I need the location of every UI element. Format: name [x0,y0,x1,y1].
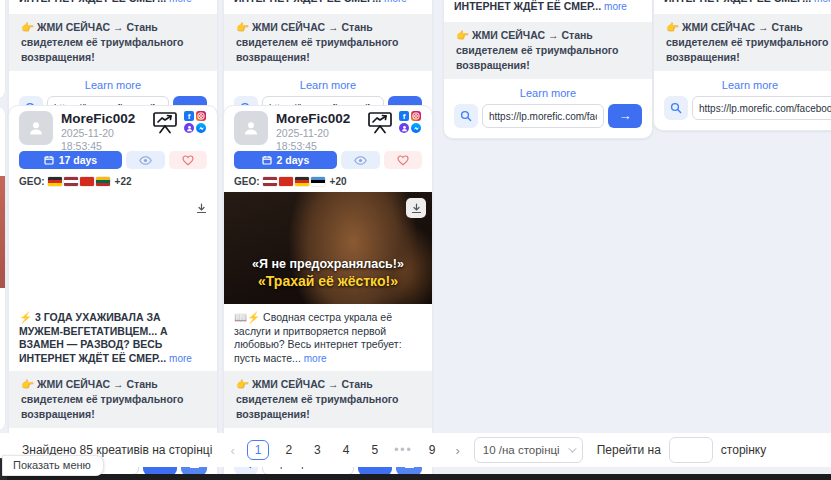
facebook-icon: f [399,111,409,121]
favorite-button[interactable] [384,151,422,169]
card-actions: 2 days [234,151,422,169]
advertiser-name[interactable]: MoreFic002 [276,111,359,127]
instagram-icon [411,111,421,121]
messenger-icon [196,123,206,133]
preview-button[interactable] [126,151,166,169]
eye-icon [139,156,152,165]
geo-flags [263,177,327,186]
page-button-2[interactable]: 2 [279,440,298,460]
image-overlay-text: «Я не предохранялась!» «Трахай её жёстко… [224,256,432,290]
per-page-select[interactable]: 10 /на сторінці [474,437,583,463]
geo-flags [48,177,112,186]
eye-icon [354,156,367,165]
person-icon [27,119,45,137]
days-active-button[interactable]: 17 days [19,151,122,169]
creative-card: MoreFic002 2025-11-20 18:53:45 f 2 days [223,105,433,480]
learn-more-link[interactable]: Learn more [664,79,831,91]
cta-box: 👉 ЖМИ СЕЙЧАС → Стань свидетелем её триум… [9,371,217,428]
creative-card [0,105,6,432]
goto-page-input[interactable] [669,437,713,463]
preview-button[interactable] [341,151,381,169]
cta-box: 👉 ЖМИ СЕЙЧАС → Стань свидетелем её триум… [654,14,831,71]
chevron-down-icon [568,444,576,452]
profile-row: MoreFic002 2025-11-20 18:53:45 f [234,111,422,145]
creative-card: MoreFic002 2025-11-20 18:53:45 f 17 days [8,105,218,480]
analytics-board-icon[interactable] [367,111,393,135]
creatives-page: ИНТЕРНЕТ ЖДЁТ ЕЁ СМЕР... more 👉 ЖМИ СЕЙЧ… [0,0,831,480]
geo-row: GEO: +20 [234,175,422,187]
calendar-icon [44,155,54,165]
creative-description: ИНТЕРНЕТ ЖДЁТ ЕЁ СМЕР... more [234,0,422,6]
calendar-icon [262,155,272,165]
pagination-bar: Знайдено 85 креативів на сторінці ‹ 1 2 … [0,433,831,467]
landing-url-input[interactable] [482,104,604,128]
cta-box: 👉 ЖМИ СЕЙЧАС → Стань свидетелем её триум… [224,371,432,428]
search-button[interactable] [454,104,478,128]
more-link[interactable]: more [304,353,327,364]
geo-more-count[interactable]: +22 [115,176,132,187]
creative-card: ИНТЕРНЕТ ЖДЁТ ЕЁ СМЕР... more 👉 ЖМИ СЕЙЧ… [653,0,831,131]
open-link-button[interactable]: → [608,104,642,128]
more-link[interactable]: more [814,0,831,4]
creative-description: ⚡ 3 ГОДА УХАЖИВАЛА ЗА МУЖЕМ-ВЕГЕТАТИВЦЕМ… [19,311,207,365]
analytics-board-icon[interactable] [152,111,178,135]
landing-url-input[interactable] [692,96,831,120]
placements-icons: f [184,111,207,134]
goto-page-suffix: сторінку [721,443,766,457]
avatar [234,111,268,145]
goto-page-label: Перейти на [597,443,661,457]
heart-icon [397,155,409,166]
search-icon [670,102,682,114]
page-button-1[interactable]: 1 [247,440,270,460]
creative-description: ИНТЕРНЕТ ЖДЁТ ЕЁ СМЕР... more [664,0,831,6]
search-icon [460,110,472,122]
page-button-9[interactable]: 9 [423,440,442,460]
profile-row: MoreFic002 2025-11-20 18:53:45 f [19,111,207,145]
learn-more-link[interactable]: Learn more [234,79,422,91]
url-row: → [454,104,642,128]
creative-image[interactable] [9,192,217,304]
audience-network-icon [184,123,194,133]
avatar [19,111,53,145]
page-button-4[interactable]: 4 [337,440,356,460]
url-row [664,96,831,120]
card-actions: 17 days [19,151,207,169]
next-page-button[interactable]: › [455,443,459,458]
geo-row: GEO: +22 [19,175,207,187]
download-image-button[interactable] [406,198,426,218]
download-icon [196,203,207,214]
audience-network-icon [399,123,409,133]
creative-description: ИНТЕРНЕТ ЖДЁТ ЕЁ СМЕР... more [454,0,642,14]
cta-box: 👉 ЖМИ СЕЙЧАС → Стань свидетелем её триум… [224,14,432,71]
show-menu-button[interactable]: Показать меню [2,455,104,476]
more-link[interactable]: more [169,0,192,4]
learn-more-link[interactable]: Learn more [19,79,207,91]
creative-card: ИНТЕРНЕТ ЖДЁТ ЕЁ СМЕР... more 👉 ЖМИ СЕЙЧ… [443,0,653,139]
geo-more-count[interactable]: +20 [330,176,347,187]
download-image-button[interactable] [191,198,211,218]
creative-description: 📖⚡ Сводная сестра украла её заслуги и пр… [234,311,422,365]
facebook-icon: f [184,111,194,121]
creative-card [0,0,6,100]
more-link[interactable]: more [169,353,192,364]
more-link[interactable]: more [384,0,407,4]
days-active-button[interactable]: 2 days [234,151,337,169]
person-icon [242,119,260,137]
learn-more-link[interactable]: Learn more [454,87,642,99]
placements-icons: f [399,111,422,134]
page-button-5[interactable]: 5 [365,440,384,460]
creative-description: ИНТЕРНЕТ ЖДЁТ ЕЁ СМЕР... more [19,0,207,6]
cta-box: 👉 ЖМИ СЕЙЧАС → Стань свидетелем её триум… [444,22,652,79]
creative-image[interactable]: «Я не предохранялась!» «Трахай её жёстко… [224,192,432,304]
favorite-button[interactable] [169,151,207,169]
creative-datetime: 2025-11-20 18:53:45 [61,127,144,153]
download-icon [411,203,422,214]
pagination-ellipsis: ••• [394,443,413,457]
window-bottom-edge [0,474,831,480]
prev-page-button[interactable]: ‹ [230,443,234,458]
page-button-3[interactable]: 3 [308,440,327,460]
messenger-icon [411,123,421,133]
advertiser-name[interactable]: MoreFic002 [61,111,144,127]
search-button[interactable] [664,96,688,120]
more-link[interactable]: more [604,1,627,12]
